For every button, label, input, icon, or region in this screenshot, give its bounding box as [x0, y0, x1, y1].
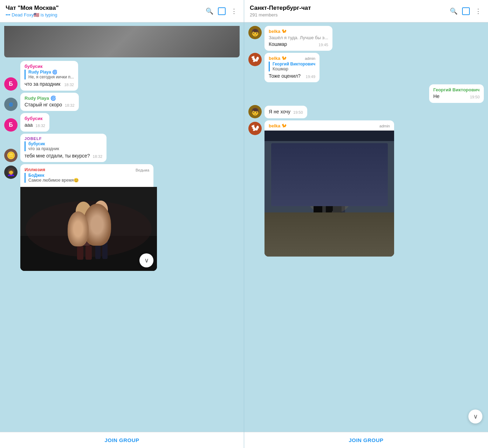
avatar: Б — [4, 77, 18, 91]
message-text: Старый нг скоро 18:32 — [25, 102, 75, 108]
svg-rect-21 — [359, 167, 387, 180]
message-text: Кошмар 19:45 — [269, 41, 328, 48]
message-image: ∨ — [20, 187, 157, 271]
right-search-icon[interactable]: 🔍 — [449, 7, 458, 15]
sender-name: бубусик — [25, 64, 74, 69]
reply-sender: бубусик — [28, 141, 102, 146]
message-text: Тоже оценил? 19:49 — [269, 73, 315, 80]
right-header: Санкт-Петербург-чат 291 members 🔍 ⋮ — [244, 0, 488, 22]
reply-block: бубусик что за праздник — [25, 141, 102, 151]
table-row: 👦 Я не хочу 19:50 — [248, 105, 484, 118]
message-time: 19:50 — [293, 110, 303, 115]
right-join-button[interactable]: JOIN GROUP — [249, 437, 483, 443]
left-join-button[interactable]: JOIN GROUP — [5, 437, 239, 443]
message-time: 19:49 — [306, 74, 316, 79]
reply-block: Георгий Викторович Кошмар — [269, 62, 315, 71]
svg-point-7 — [94, 201, 108, 219]
table-row: Георгий Викторович Не 19:50 — [248, 84, 484, 103]
reply-block: БоДжек Самое любимое время😊 — [25, 173, 149, 183]
top-image-strip — [4, 26, 240, 57]
reply-text: Не, я сегодня иички п... — [28, 75, 74, 79]
message-bubble: бубусик Rudy Playa 🌀 Не, я сегодня иички… — [20, 61, 78, 91]
left-chat-body: Б бубусик Rudy Playa 🌀 Не, я сегодня иич… — [0, 22, 244, 448]
message-bubble: belka 🐿 admin Георгий Викторович Кошмар … — [264, 53, 319, 83]
left-chat-title: Чат "Моя Москва" — [6, 5, 205, 12]
svg-rect-18 — [272, 167, 289, 180]
message-bubble: Rudy Playa 🌀 Старый нг скоро 18:32 — [20, 93, 79, 111]
message-time: 18:32 — [65, 103, 75, 108]
message-time: 19:50 — [470, 94, 480, 100]
table-row: Б бубусик Rudy Playa 🌀 Не, я сегодня иич… — [4, 61, 240, 91]
avatar-emoji: 👩‍🦱 — [7, 168, 15, 176]
movie-image-svg — [20, 187, 157, 271]
right-header-actions: 🔍 ⋮ — [449, 7, 482, 15]
sender-name: belka 🐿 — [269, 56, 286, 61]
svg-rect-24 — [264, 222, 394, 257]
avatar: 👦 — [248, 105, 262, 118]
right-more-icon[interactable]: ⋮ — [474, 7, 482, 15]
avatar: 👩‍🦱 — [4, 166, 18, 179]
left-header: Чат "Моя Москва" ••• Dead Foxy🇺🇸 is typi… — [0, 0, 244, 22]
message-time: 19:45 — [318, 42, 328, 48]
sender-name: Rudy Playa 🌀 — [25, 96, 75, 101]
svg-rect-27 — [314, 199, 322, 222]
reply-text: что за праздник — [28, 146, 102, 151]
svg-point-3 — [76, 202, 91, 221]
sender-name: JOBELF — [25, 136, 102, 141]
message-bubble: Я не хочу 19:50 — [264, 106, 307, 118]
message-bubble: belka 🐿 Зашёл я туда. Лучше бы э... Кошм… — [264, 26, 332, 51]
right-layout-icon[interactable] — [462, 7, 470, 15]
svg-rect-5 — [77, 246, 83, 260]
message-time: 18:32 — [35, 123, 45, 128]
street-image — [264, 131, 394, 257]
svg-rect-8 — [94, 219, 108, 243]
reply-block: Rudy Playa 🌀 Не, я сегодня иички п... — [25, 70, 74, 79]
message-bubble: Георгий Викторович Не 19:50 — [429, 84, 484, 103]
left-layout-icon[interactable] — [218, 7, 226, 15]
avatar-letter: Б — [9, 81, 13, 87]
right-chat-panel: Санкт-Петербург-чат 291 members 🔍 ⋮ 👦 be… — [244, 0, 488, 448]
admin-badge: admin — [305, 56, 315, 61]
right-header-info: Санкт-Петербург-чат 291 members — [250, 5, 449, 18]
avatar-letter: Б — [9, 122, 13, 128]
right-chat-area[interactable]: 👦 belka 🐿 Зашёл я туда. Лучше бы э... Ко… — [244, 22, 488, 432]
street-svg — [264, 131, 394, 257]
svg-rect-17 — [359, 148, 387, 162]
avatar-emoji: 🌀 — [9, 103, 13, 106]
sender-name: Иллюзия — [25, 167, 45, 172]
message-time: 18:32 — [64, 82, 74, 88]
avatar-emoji: 🪙 — [7, 151, 15, 160]
table-row: 🐿 belka 🐿 admin Георгий Викторович Кошма… — [248, 53, 484, 83]
left-header-actions: 🔍 ⋮ — [205, 7, 238, 15]
svg-rect-19 — [293, 167, 310, 180]
belka-image-header: belka 🐿 admin — [264, 120, 394, 131]
reply-text: Кошмар — [273, 66, 315, 71]
table-row: 🐿 belka 🐿 admin — [248, 120, 484, 257]
table-row: 🌀 Rudy Playa 🌀 Старый нг скоро 18:32 — [4, 93, 240, 111]
svg-line-32 — [333, 211, 340, 229]
avatar-emoji: 🐿 — [251, 55, 259, 64]
avatar: 👦 — [248, 26, 262, 39]
reply-sender: Георгий Викторович — [273, 62, 315, 66]
table-row: Б бубусик ааа 18:32 — [4, 113, 240, 132]
svg-rect-16 — [335, 148, 352, 162]
avatar-emoji: 👦 — [251, 28, 260, 37]
message-preview: Зашёл я туда. Лучше бы э... — [269, 35, 328, 41]
message-time: 18:32 — [93, 154, 103, 159]
right-members-count: 291 members — [250, 12, 449, 18]
belka-image-message: belka 🐿 admin — [264, 120, 394, 257]
right-scroll-down-button[interactable]: ∨ — [468, 410, 482, 424]
right-panel-footer: JOIN GROUP — [244, 432, 488, 448]
left-chat-area[interactable]: Б бубусик Rudy Playa 🌀 Не, я сегодня иич… — [0, 22, 244, 432]
left-more-icon[interactable]: ⋮ — [230, 7, 238, 15]
role-badge: Ведьма — [136, 168, 149, 172]
left-search-icon[interactable]: 🔍 — [205, 7, 214, 15]
right-chat-body: 👦 belka 🐿 Зашёл я туда. Лучше бы э... Ко… — [244, 22, 488, 448]
message-text: Я не хочу 19:50 — [269, 108, 303, 115]
message-text: тебя мне отдали, ты вкурсе? 18:32 — [25, 153, 102, 160]
avatar: Б — [4, 118, 18, 132]
reply-sender: БоДжек — [28, 173, 149, 178]
sender-name: бубусик — [25, 116, 45, 121]
svg-rect-29 — [326, 202, 333, 222]
right-chat-title: Санкт-Петербург-чат — [250, 5, 449, 12]
